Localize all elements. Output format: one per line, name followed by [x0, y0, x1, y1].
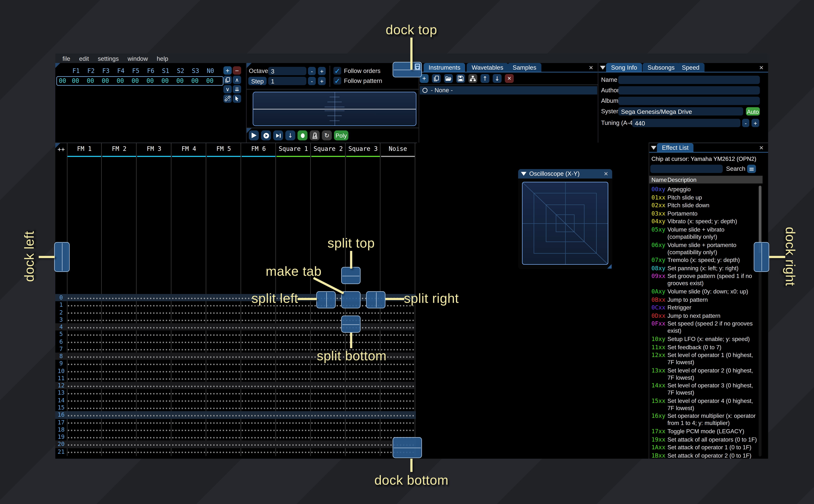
effect-list-row[interactable]: 1Bxx Set attack of operator 2 (0 to 1F)	[651, 452, 758, 459]
close-icon[interactable]: ✕	[589, 65, 593, 71]
order-edit-mode-cursor-icon[interactable]	[233, 95, 241, 103]
auto-system-button[interactable]: Auto	[746, 107, 760, 116]
tab-song-info[interactable]: Song Info	[606, 63, 642, 72]
follow-pattern-checkbox[interactable]: ✓	[333, 77, 341, 85]
repeat-pattern-button[interactable]: ↻	[322, 130, 332, 140]
duplicate-order-end-button[interactable]: ⇊	[233, 85, 241, 93]
order-cell[interactable]: 00	[158, 77, 172, 85]
effect-search-input[interactable]	[650, 165, 723, 173]
order-change-all-icon[interactable]	[223, 95, 232, 103]
system-input[interactable]	[618, 107, 743, 116]
split-right-target[interactable]	[366, 291, 385, 308]
collapse-arrow-icon[interactable]	[600, 66, 606, 70]
duplicate-instrument-button[interactable]	[432, 74, 441, 83]
pattern-expand-button[interactable]: ++	[57, 146, 65, 153]
play-pattern-button[interactable]	[261, 130, 271, 140]
song-author-input[interactable]	[618, 86, 760, 95]
close-icon[interactable]: ✕	[604, 171, 608, 177]
split-bottom-target[interactable]	[341, 316, 360, 333]
step-minus-button[interactable]: -	[308, 77, 316, 85]
effect-list-row[interactable]: 02xx Pitch slide down	[651, 202, 758, 209]
effect-list-row[interactable]: 0Cxx Retrigger	[651, 304, 758, 311]
follow-orders-checkbox[interactable]: ✓	[333, 67, 341, 75]
tab-speed[interactable]: Speed	[677, 63, 704, 72]
edit-record-button[interactable]	[297, 130, 307, 140]
effect-list-row[interactable]: 16xy Set operator multiplier (x: operato…	[651, 412, 758, 427]
effect-list-row[interactable]: 03xx Portamento	[651, 210, 758, 217]
add-order-button[interactable]: +	[223, 66, 232, 75]
effect-list-row[interactable]: 13xx Set level of operator 2 (0 highest,…	[651, 367, 758, 381]
effect-list-row[interactable]: 10xy Setup LFO (x: enable; y: speed)	[651, 335, 758, 343]
delete-instrument-button[interactable]: ✕	[505, 74, 514, 83]
step-down-button[interactable]: ↓	[285, 130, 295, 140]
instrument-up-button[interactable]: ↑	[481, 74, 490, 83]
oscilloscope-xy-titlebar[interactable]: Oscilloscope (X-Y)	[518, 169, 612, 179]
oscilloscope-xy-window[interactable]: Oscilloscope (X-Y) ✕	[518, 169, 612, 269]
effect-list-row[interactable]: 06xy Volume slide + portamento (compatib…	[651, 241, 758, 256]
octave-minus-button[interactable]: -	[308, 67, 316, 75]
split-left-target[interactable]	[316, 291, 336, 308]
open-instrument-button[interactable]	[444, 74, 453, 83]
effect-list-row[interactable]: 15xx Set level of operator 4 (0 highest,…	[651, 397, 758, 412]
effect-list-row[interactable]: 01xx Pitch slide up	[651, 194, 758, 201]
effect-list-row[interactable]: 1Axx Set attack of operator 1 (0 to 1F)	[651, 444, 758, 451]
order-down-button[interactable]: ∨	[223, 85, 232, 93]
menu-item[interactable]: file	[58, 55, 75, 62]
octave-input[interactable]	[268, 67, 306, 75]
order-row-selected[interactable]: 00 00000000000000000000	[56, 76, 223, 86]
step-input[interactable]	[268, 77, 306, 85]
song-name-input[interactable]	[618, 76, 760, 84]
effect-list-row[interactable]: 0Fxx Set speed (speed 2 if no grooves ex…	[651, 320, 758, 335]
tuning-plus-button[interactable]: +	[752, 119, 759, 127]
effect-list-row[interactable]: 05xy Volume slide + vibrato (compatibili…	[651, 226, 758, 240]
order-up-button[interactable]: ∧	[233, 76, 241, 84]
song-album-input[interactable]	[618, 97, 760, 105]
dock-bottom-target[interactable]	[392, 437, 422, 458]
name-column-header[interactable]: Name	[651, 176, 667, 183]
instrument-list-mode-button[interactable]	[469, 74, 477, 83]
effect-list-menu-button[interactable]: ≡	[747, 165, 756, 173]
resize-grip[interactable]	[607, 264, 612, 269]
effect-list-row[interactable]: 14xx Set level of operator 3 (0 highest,…	[651, 382, 758, 396]
effect-list-row[interactable]: 0Axy Volume slide (0y: down; x0: up)	[651, 288, 758, 295]
order-cell[interactable]: 00	[187, 77, 202, 85]
order-cell[interactable]: 00	[143, 77, 158, 85]
close-icon[interactable]: ✕	[759, 145, 764, 151]
order-cell[interactable]: 00	[128, 77, 143, 85]
order-cell[interactable]: 00	[98, 77, 113, 85]
effect-list-row[interactable]: 19xx Set attack of all operators (0 to 1…	[651, 436, 758, 443]
step-button[interactable]: Step	[248, 77, 266, 85]
poly-mono-button[interactable]: Poly	[334, 130, 348, 140]
menu-item[interactable]: help	[152, 55, 172, 62]
order-cell[interactable]: 00	[83, 77, 98, 85]
dock-left-target[interactable]	[54, 242, 70, 272]
effect-list-row[interactable]: 08xy Set panning (x: left; y: right)	[651, 265, 758, 272]
order-cell[interactable]: 00	[172, 77, 187, 85]
order-cell[interactable]: 00	[68, 77, 83, 85]
menu-item[interactable]: edit	[75, 55, 93, 62]
collapse-arrow-icon[interactable]	[651, 146, 656, 150]
tuning-input[interactable]	[632, 119, 740, 127]
menu-item[interactable]: settings	[93, 55, 123, 62]
tab-wavetables[interactable]: Wavetables	[467, 63, 508, 72]
split-top-target[interactable]	[341, 267, 360, 284]
description-column-header[interactable]: Description	[668, 176, 697, 183]
order-cell[interactable]: 00	[202, 77, 217, 85]
dock-top-target[interactable]	[392, 62, 422, 77]
collapse-arrow-icon[interactable]	[521, 172, 527, 176]
instrument-list-item-none[interactable]: - None -	[420, 86, 597, 95]
make-tab-target[interactable]	[341, 291, 360, 308]
play-button[interactable]	[249, 130, 259, 140]
effect-list-row[interactable]: 0Dxx Jump to next pattern	[651, 312, 758, 319]
instrument-down-button[interactable]: ↓	[493, 74, 502, 83]
save-instrument-button[interactable]	[456, 74, 465, 83]
step-plus-button[interactable]: +	[318, 77, 326, 85]
effect-list-row[interactable]: 11xx Set feedback (0 to 7)	[651, 344, 758, 351]
duplicate-order-button[interactable]	[223, 76, 232, 84]
effect-list-row[interactable]: 12xx Set level of operator 1 (0 highest,…	[651, 351, 758, 366]
scrollbar[interactable]	[759, 186, 761, 456]
metronome-button[interactable]	[310, 130, 319, 140]
play-one-row-button[interactable]	[273, 130, 283, 140]
close-icon[interactable]: ✕	[759, 65, 764, 71]
tuning-minus-button[interactable]: -	[742, 119, 749, 127]
